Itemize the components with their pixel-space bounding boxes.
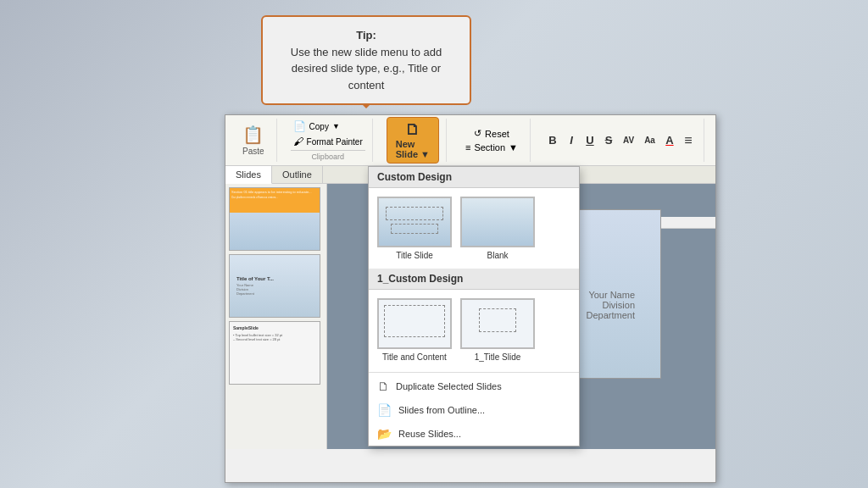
title-slide-label: Title Slide: [396, 251, 433, 260]
clipboard-section: 📄 Copy ▼ 🖌 Format Painter: [291, 119, 365, 148]
title-content-preview: [377, 298, 452, 349]
slide-panel: Section 01 title appears to be interesti…: [225, 184, 327, 449]
italic-button[interactable]: I: [563, 132, 580, 148]
reuse-slides-item[interactable]: 📂 Reuse Slides...: [369, 422, 579, 446]
blank-slide-thumb[interactable]: Blank: [460, 197, 535, 260]
duplicate-slides-item[interactable]: 🗋 Duplicate Selected Slides: [369, 374, 579, 398]
tooltip-body: Use the new slide menu to add desired sl…: [291, 46, 442, 92]
copy-label: Copy: [309, 122, 329, 131]
underline-button[interactable]: U: [581, 132, 598, 148]
custom-design-header: Custom Design: [369, 167, 579, 188]
title-content-label: Title and Content: [382, 352, 447, 362]
ppt-window: 📋 Paste 📄 Copy ▼ 🖌 Format Painter Clipbo…: [225, 114, 716, 483]
reset-button[interactable]: ↺ Reset: [469, 126, 515, 141]
section-button[interactable]: ≡ Section ▼: [460, 141, 523, 154]
one-title-label: 1_Title Slide: [475, 352, 521, 362]
bold-button[interactable]: B: [544, 132, 561, 148]
ribbon: 📋 Paste 📄 Copy ▼ 🖌 Format Painter Clipbo…: [225, 115, 715, 166]
section-dropdown-icon: ▼: [509, 142, 518, 152]
copy-button[interactable]: 📄 Copy ▼: [291, 119, 365, 133]
clipboard-group: 📄 Copy ▼ 🖌 Format Painter Clipboard: [284, 119, 373, 162]
copy-dropdown-icon: ▼: [332, 122, 340, 130]
custom1-design-grid: Title and Content 1_Title Slide: [369, 290, 579, 370]
tab-outline[interactable]: Outline: [272, 166, 323, 183]
slide-thumbnail-2[interactable]: Title of Your T... Your Name Division De…: [229, 254, 320, 318]
slide-thumbnail-1[interactable]: Section 01 title appears to be interesti…: [229, 187, 320, 251]
new-slide-button[interactable]: 🗋 NewSlide ▼: [387, 117, 439, 164]
one-title-thumb[interactable]: 1_Title Slide: [460, 298, 535, 362]
slide3-bullet2: – Second level text size = 28 pt: [233, 337, 316, 341]
slide3-label: SampleSlide: [233, 325, 316, 330]
strikethrough-button[interactable]: S: [600, 132, 617, 148]
title-slide-thumb[interactable]: Title Slide: [377, 197, 452, 260]
slide2-sub: Your Name Division Department: [236, 283, 254, 296]
one-title-preview: [460, 298, 535, 349]
new-slide-group: 🗋 NewSlide ▼: [380, 119, 447, 162]
font-color-button[interactable]: A: [661, 132, 678, 148]
custom1-design-header: 1_Custom Design: [369, 269, 579, 290]
clipboard-label: Clipboard: [291, 150, 365, 161]
blank-slide-preview: [460, 197, 535, 247]
custom-design-grid: Title Slide Blank: [369, 188, 579, 269]
outline-icon: 📄: [377, 403, 392, 417]
format-painter-label: Format Painter: [307, 137, 363, 147]
reset-row: ↺ Reset: [469, 126, 515, 141]
blank-slide-label: Blank: [487, 251, 508, 260]
paste-label: Paste: [242, 147, 264, 156]
tooltip-title: Tip:: [356, 29, 376, 42]
new-slide-label: NewSlide ▼: [396, 139, 430, 159]
duplicate-icon: 🗋: [377, 380, 389, 393]
slide-thumbnail-3[interactable]: SampleSlide • Top level bullet text size…: [229, 321, 320, 385]
section-row: ≡ Section ▼: [460, 141, 523, 154]
title-content-thumb[interactable]: Title and Content: [377, 298, 452, 362]
dropdown-panel: Custom Design Title Slide Blank 1_Custom…: [368, 166, 580, 446]
format-group: B I U S AV Aa A ≡: [537, 119, 704, 162]
slide-commands-group: ↺ Reset ≡ Section ▼: [453, 119, 531, 162]
paste-button[interactable]: 📋 Paste: [237, 123, 270, 158]
char-spacing-button[interactable]: AV: [619, 134, 638, 147]
reuse-icon: 📂: [377, 427, 392, 441]
format-painter-button[interactable]: 🖌 Format Painter: [291, 135, 365, 148]
font-size-button[interactable]: Aa: [640, 134, 659, 147]
dropdown-divider: [369, 372, 579, 373]
tooltip-box: Tip: Use the new slide menu to add desir…: [261, 15, 471, 105]
slides-from-outline-item[interactable]: 📄 Slides from Outline...: [369, 398, 579, 422]
tab-slides[interactable]: Slides: [225, 166, 272, 184]
paragraph-button[interactable]: ≡: [680, 131, 697, 150]
slide2-title: Title of Your T...: [236, 276, 274, 281]
paste-group: 📋 Paste: [231, 119, 277, 162]
title-slide-preview: [377, 197, 452, 247]
